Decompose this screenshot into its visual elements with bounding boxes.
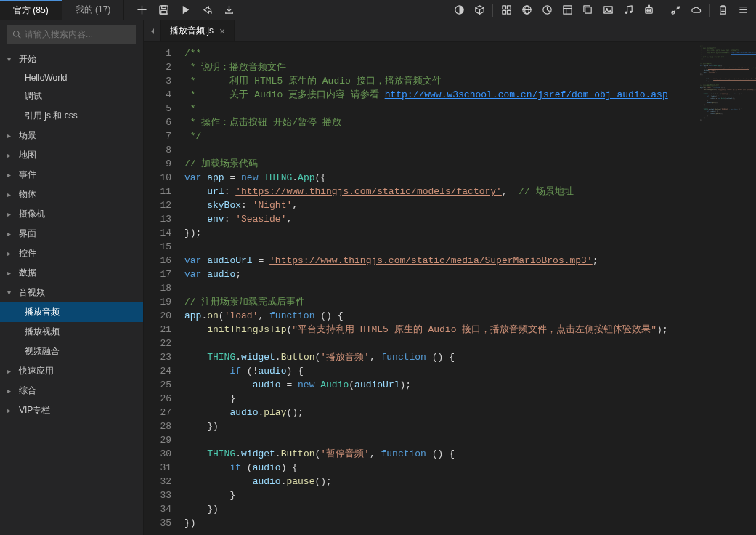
- cloud-icon[interactable]: [686, 0, 706, 20]
- share-icon[interactable]: [197, 0, 217, 20]
- divider: [709, 4, 710, 17]
- editor-tab[interactable]: 播放音频.js ×: [161, 20, 235, 41]
- tree-item-label: 摄像机: [19, 208, 45, 220]
- chevron-right-icon: ▸: [7, 406, 16, 414]
- chevron-right-icon: ▸: [7, 269, 16, 277]
- svg-rect-18: [563, 6, 571, 14]
- tree-item-label: 引用 js 和 css: [25, 110, 78, 122]
- tree-branch[interactable]: ▸物体: [0, 185, 143, 204]
- globe-icon[interactable]: [516, 0, 537, 20]
- tree-branch[interactable]: ▸综合: [0, 381, 143, 401]
- tree-item-label: 播放音频: [25, 306, 60, 318]
- chevron-down-icon: ▾: [7, 289, 16, 297]
- top-tab-1[interactable]: 我的 (17): [62, 0, 125, 20]
- tree-leaf[interactable]: 调试: [0, 87, 143, 106]
- top-tab-0[interactable]: 官方 (85): [0, 0, 62, 20]
- code-editor[interactable]: 1234567891011121314151617181920212223242…: [144, 42, 756, 535]
- tree-item-label: 地图: [19, 149, 36, 161]
- svg-rect-8: [502, 6, 505, 9]
- search-icon: [12, 30, 21, 39]
- tree-item-label: 控件: [19, 247, 36, 260]
- tree-branch[interactable]: ▾音视频: [0, 283, 143, 302]
- code-content[interactable]: /** * 说明：播放音频文件 * 利用 HTML5 原生的 Audio 接口，…: [182, 42, 756, 535]
- svg-point-39: [14, 31, 20, 37]
- tree-leaf[interactable]: 引用 js 和 css: [0, 106, 143, 126]
- tree-item-label: VIP专栏: [19, 404, 50, 417]
- chevron-right-icon: ▸: [7, 249, 16, 257]
- clock-icon[interactable]: [537, 0, 557, 20]
- sidebar: ▾开始HelloWorld调试引用 js 和 css▸场景▸地图▸事件▸物体▸摄…: [0, 20, 144, 535]
- svg-point-24: [625, 12, 627, 14]
- svg-rect-11: [507, 10, 511, 14]
- search-box[interactable]: [7, 25, 136, 44]
- divider: [492, 4, 493, 17]
- svg-point-28: [649, 10, 651, 12]
- tree-branch[interactable]: ▸VIP专栏: [0, 401, 143, 420]
- tree-leaf[interactable]: 播放视频: [0, 322, 143, 342]
- download-icon[interactable]: [219, 0, 239, 20]
- tree-item-label: 界面: [19, 228, 36, 240]
- robot-icon[interactable]: [638, 0, 659, 20]
- tree-item-label: 场景: [19, 129, 36, 142]
- svg-rect-9: [507, 6, 511, 9]
- editor-tab-label: 播放音频.js: [170, 25, 214, 37]
- tree-leaf[interactable]: 视频融合: [0, 342, 143, 361]
- chevron-right-icon: ▸: [7, 132, 16, 140]
- chevron-right-icon: ▸: [7, 210, 16, 218]
- tree-item-label: 播放视频: [25, 326, 60, 338]
- menu-icon[interactable]: [733, 0, 753, 20]
- toolbar-actions: [131, 0, 239, 20]
- chevron-right-icon: ▸: [7, 230, 16, 238]
- svg-rect-3: [162, 6, 166, 9]
- chevron-right-icon: ▸: [7, 190, 16, 198]
- right-icons: [449, 0, 753, 20]
- plus-icon[interactable]: [131, 0, 152, 20]
- tree-item-label: 音视频: [19, 286, 45, 299]
- close-icon[interactable]: ×: [219, 25, 225, 37]
- editor-tab-row: 播放音频.js ×: [144, 20, 756, 42]
- image-icon[interactable]: [598, 0, 618, 20]
- tree-branch[interactable]: ▸摄像机: [0, 204, 143, 224]
- layout-icon[interactable]: [557, 0, 577, 20]
- svg-point-27: [646, 10, 648, 12]
- tree-branch[interactable]: ▸快速应用: [0, 361, 143, 381]
- play-icon[interactable]: [175, 0, 195, 20]
- svg-line-17: [547, 10, 549, 12]
- chevron-right-icon: ▸: [7, 151, 16, 159]
- tools-icon[interactable]: [665, 0, 686, 20]
- tree-branch[interactable]: ▸事件: [0, 165, 143, 185]
- search-input[interactable]: [25, 29, 134, 39]
- tree-branch[interactable]: ▸界面: [0, 224, 143, 244]
- chevron-right-icon: ▸: [7, 171, 16, 179]
- copy-icon[interactable]: [577, 0, 598, 20]
- tree-item-label: 综合: [19, 385, 36, 397]
- divider: [662, 4, 662, 17]
- clipboard-icon[interactable]: [712, 0, 733, 20]
- tree-leaf[interactable]: HelloWorld: [0, 69, 143, 87]
- tree-branch[interactable]: ▾开始: [0, 49, 143, 69]
- tree-item-label: HelloWorld: [25, 73, 67, 83]
- gutter: 1234567891011121314151617181920212223242…: [144, 42, 182, 535]
- tree-item-label: 调试: [25, 90, 42, 102]
- minimap[interactable]: /** * 说明：播放音频文件 * 利用 HTML5 原生的 Audio 接口，…: [698, 42, 756, 535]
- tree-leaf[interactable]: 播放音频: [0, 302, 143, 322]
- tree: ▾开始HelloWorld调试引用 js 和 css▸场景▸地图▸事件▸物体▸摄…: [0, 49, 143, 535]
- chevron-down-icon: ▾: [7, 55, 16, 63]
- grid-icon[interactable]: [496, 0, 516, 20]
- tree-branch[interactable]: ▸场景: [0, 126, 143, 145]
- svg-line-40: [18, 36, 20, 38]
- back-arrow-icon[interactable]: [144, 20, 161, 41]
- tree-branch[interactable]: ▸数据: [0, 263, 143, 283]
- music-icon[interactable]: [618, 0, 638, 20]
- tree-branch[interactable]: ▸控件: [0, 244, 143, 263]
- tree-item-label: 快速应用: [19, 365, 54, 377]
- circle-half-icon[interactable]: [449, 0, 469, 20]
- svg-rect-21: [585, 7, 590, 13]
- tree-branch[interactable]: ▸地图: [0, 145, 143, 165]
- tree-item-label: 视频融合: [25, 345, 60, 358]
- chevron-right-icon: ▸: [7, 367, 16, 375]
- top-tabs: 官方 (85)我的 (17): [0, 0, 124, 20]
- save-icon[interactable]: [153, 0, 174, 20]
- tree-item-label: 开始: [19, 53, 36, 65]
- cube-icon[interactable]: [469, 0, 489, 20]
